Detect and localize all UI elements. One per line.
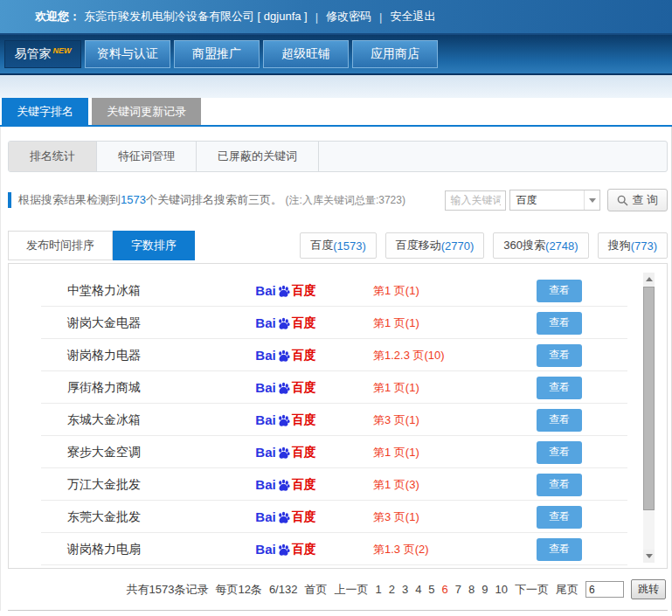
table-scrollbar[interactable] [643, 273, 655, 563]
view-button[interactable]: 查看 [537, 441, 582, 464]
baidu-logo-cn: 百度 [292, 348, 316, 363]
welcome-bar: 欢迎您： 东莞市骏发机电制冷设备有限公司 [ dgjunfa ] | 修改密码 … [0, 0, 672, 35]
view-button[interactable]: 查看 [537, 506, 582, 529]
baidu-paw-icon [277, 317, 290, 330]
change-password-link[interactable]: 修改密码 [326, 9, 371, 24]
main-nav: 易管家 NEW 资料与认证 商盟推广 超级旺铺 应用商店 [0, 35, 672, 75]
scroll-down-arrow-icon[interactable] [643, 550, 655, 563]
subtab-ranking-stats[interactable]: 排名统计 [9, 142, 97, 171]
page-number-current[interactable]: 6 [442, 583, 448, 596]
page-number-link[interactable]: 2 [389, 583, 395, 596]
baidu-logo: Bai百度 [233, 283, 338, 299]
nav-item-label: 资料与认证 [97, 46, 158, 62]
engine-select[interactable]: 百度 [509, 190, 600, 211]
filter-count: (773) [631, 239, 657, 253]
sort-tab-word-count[interactable]: 字数排序 [113, 231, 195, 260]
page-number-link[interactable]: 3 [402, 583, 408, 596]
view-button[interactable]: 查看 [537, 280, 582, 302]
engine-filter-baidu-mobile[interactable]: 百度移动(2770) [385, 232, 485, 259]
baidu-logo-cn: 百度 [292, 380, 316, 396]
prev-page-link[interactable]: 上一页 [334, 582, 368, 598]
page-number-link[interactable]: 5 [428, 583, 434, 596]
page-indicator: 6/132 [269, 583, 298, 596]
tab-keyword-ranking[interactable]: 关键字排名 [2, 98, 88, 125]
table-row: 东莞大金批发 Bai百度 第3 页(1) 查看 [9, 501, 667, 533]
baidu-logo: Bai百度 [233, 445, 338, 460]
engine-filter-baidu[interactable]: 百度(1573) [300, 232, 377, 259]
jump-button[interactable]: 跳转 [631, 579, 666, 599]
baidu-logo-text: Bai [255, 445, 275, 460]
keyword-cell: 东莞大金批发 [67, 509, 233, 525]
page-number-link[interactable]: 7 [455, 583, 461, 596]
jump-page-input[interactable] [585, 581, 624, 598]
rank-cell: 第3 页(1) [338, 509, 504, 525]
accent-bar [8, 192, 11, 208]
view-button[interactable]: 查看 [537, 409, 582, 432]
company-name: 东莞市骏发机电制冷设备有限公司 [ dgjunfa ] [84, 9, 308, 24]
summary-text: 根据搜索结果检测到1573个关键词排名搜索前三页。 (注:入库关键词总量:372… [18, 192, 405, 208]
sort-tab-publish-time[interactable]: 发布时间排序 [8, 231, 113, 260]
view-button[interactable]: 查看 [537, 344, 582, 367]
filter-count: (1573) [333, 239, 366, 253]
view-button[interactable]: 查看 [537, 474, 582, 496]
rank-cell: 第1.3 页(2) [338, 542, 504, 557]
table-row: 谢岗格力电扇 Bai百度 第1.3 页(2) 查看 [9, 533, 667, 565]
baidu-paw-icon [277, 446, 290, 460]
keyword-search-input[interactable] [445, 190, 506, 211]
page-number-link[interactable]: 10 [495, 583, 508, 596]
search-controls: 百度 查 询 [445, 189, 668, 211]
baidu-paw-icon [277, 479, 290, 492]
filter-label: 360搜索 [503, 238, 545, 253]
keyword-cell: 厚街格力商城 [67, 380, 233, 396]
page-tabs: 关键字排名 关键词更新记录 [0, 98, 672, 127]
tab-keyword-update-log[interactable]: 关键词更新记录 [92, 98, 201, 125]
page-number-link[interactable]: 8 [468, 583, 475, 596]
page-number-link[interactable]: 1 [375, 583, 381, 596]
search-button[interactable]: 查 询 [607, 189, 668, 211]
baidu-logo-text: Bai [255, 283, 275, 298]
engine-filter-sogou[interactable]: 搜狗(773) [598, 232, 668, 259]
bottom-divider [8, 610, 668, 611]
nav-item-super-shop[interactable]: 超级旺铺 [263, 40, 349, 68]
table-row: 谢岗大金电器 Bai百度 第1 页(1) 查看 [9, 307, 667, 339]
rank-cell: 第1 页(1) [338, 380, 504, 396]
next-page-link[interactable]: 下一页 [515, 582, 549, 598]
view-button[interactable]: 查看 [537, 538, 582, 561]
page-number-link[interactable]: 9 [481, 583, 488, 596]
last-page-link[interactable]: 尾页 [556, 582, 578, 598]
subtab-feature-words[interactable]: 特征词管理 [97, 142, 197, 171]
nav-item-label: 应用商店 [371, 46, 419, 62]
nav-item-yiguanjia[interactable]: 易管家 NEW [4, 40, 81, 68]
keyword-cell: 寮步大金空调 [67, 445, 233, 460]
baidu-logo: Bai百度 [233, 509, 338, 525]
nav-item-app-store[interactable]: 应用商店 [352, 40, 438, 68]
summary-suffix: 个关键词排名搜索前三页。 [146, 193, 282, 206]
nav-item-label: 易管家 [15, 46, 52, 62]
page-number-link[interactable]: 4 [415, 583, 421, 596]
table-row: 东城大金冰箱 Bai百度 第3 页(1) 查看 [9, 404, 667, 436]
nav-item-alliance-promo[interactable]: 商盟推广 [174, 40, 260, 68]
engine-filters: 百度(1573) 百度移动(2770) 360搜索(2748) 搜狗(773) [300, 232, 668, 259]
keyword-table: 中堂格力冰箱 Bai百度 第1 页(1) 查看 谢岗大金电器 Bai百度 第1 … [8, 263, 668, 569]
baidu-logo-text: Bai [255, 542, 275, 557]
scroll-up-arrow-icon[interactable] [643, 273, 655, 286]
subtab-blocked-keywords[interactable]: 已屏蔽的关键词 [197, 142, 319, 171]
baidu-logo-cn: 百度 [292, 509, 316, 525]
scrollbar-thumb[interactable] [643, 287, 655, 510]
nav-item-label: 商盟推广 [192, 46, 241, 62]
subtab-bar: 排名统计 特征词管理 已屏蔽的关键词 [8, 141, 668, 172]
first-page-link[interactable]: 首页 [304, 582, 327, 598]
baidu-logo-cn: 百度 [292, 445, 316, 460]
summary-prefix: 根据搜索结果检测到 [18, 193, 121, 206]
view-button[interactable]: 查看 [537, 312, 582, 335]
nav-item-credentials[interactable]: 资料与认证 [85, 40, 170, 68]
baidu-logo-cn: 百度 [292, 542, 316, 557]
baidu-logo-text: Bai [255, 412, 275, 427]
filter-label: 百度 [310, 238, 333, 253]
summary-count: 1573 [121, 193, 146, 206]
logout-link[interactable]: 安全退出 [391, 9, 436, 24]
engine-filter-360[interactable]: 360搜索(2748) [493, 232, 588, 259]
search-icon [617, 195, 628, 206]
content-area: 排名统计 特征词管理 已屏蔽的关键词 根据搜索结果检测到1573个关键词排名搜索… [0, 127, 672, 611]
view-button[interactable]: 查看 [537, 377, 582, 399]
